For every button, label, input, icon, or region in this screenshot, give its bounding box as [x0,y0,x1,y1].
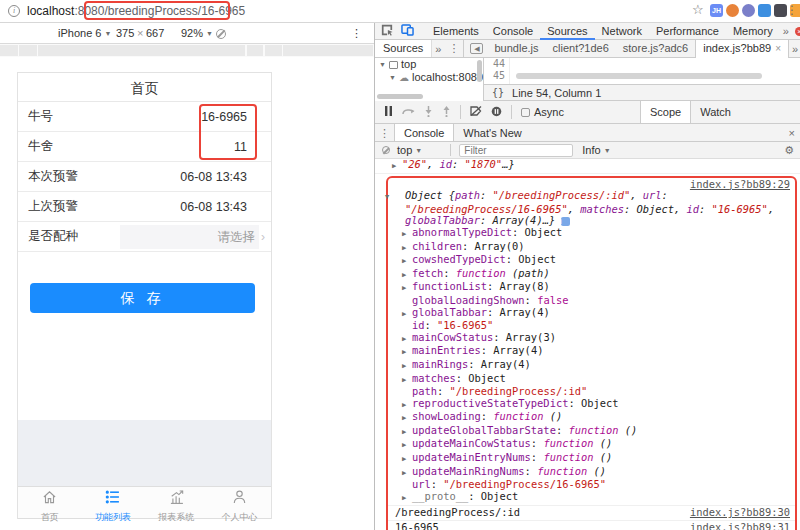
file-tab-client[interactable]: client?1de6 [546,40,616,58]
step-into-icon[interactable] [424,106,433,119]
navigator-hscrollbar[interactable] [377,94,423,99]
expand-arrow-icon[interactable]: ▶ [402,375,412,387]
extension-orange-icon[interactable] [726,4,739,17]
object-property[interactable]: ▶updateGlobalTabbarState: function () [395,425,790,439]
object-property[interactable]: ▶globalTabbar: Array(4) [395,307,790,321]
more-file-tabs-icon[interactable]: » [789,43,800,55]
log-level-select[interactable]: Info ▼ [582,144,648,156]
page-info-icon[interactable]: i [8,5,20,17]
console-message-partial[interactable]: ▶"26", id: "1870"…} [375,159,800,174]
object-property[interactable]: ▶mainCowStatus: Array(3) [395,332,790,346]
object-property[interactable]: ▶matches: Object [395,373,790,387]
file-tab-bundle[interactable]: bundle.js [487,40,545,58]
step-out-icon[interactable] [442,106,451,119]
editor-code-area[interactable] [510,58,800,84]
expand-arrow-icon[interactable]: ▶ [402,361,412,373]
navigator-vscrollbar[interactable] [477,60,482,82]
tab-elements[interactable]: Elements [426,23,486,40]
object-property[interactable]: ▶updateMainEntryNums: function () [395,452,790,466]
bookmark-star-icon[interactable]: ☆ [692,2,704,17]
select-placeholder[interactable]: 请选择 [120,225,259,249]
console-settings-icon[interactable]: ⚙ [784,144,800,157]
browser-menu-icon[interactable]: ⋮ [786,3,798,17]
pause-script-icon[interactable] [384,106,393,118]
expand-arrow-icon[interactable]: ▶ [402,454,412,466]
navigator-more-icon[interactable]: » [432,43,444,55]
tab-home[interactable]: 首页 [18,487,81,518]
step-over-icon[interactable] [402,106,415,118]
tree-item-localhost[interactable]: ▼ ☁ localhost:8080 [375,71,483,84]
object-property[interactable]: ▶abnormalTypeDict: Object [395,227,790,241]
tree-item-top[interactable]: ▼ top [375,58,483,71]
object-property[interactable]: ▶fetch: function (path) [395,268,790,282]
save-button[interactable]: 保 存 [30,283,255,313]
tab-profile[interactable]: 个人中心 [208,487,271,518]
object-property[interactable]: ▶showLoading: function () [395,411,790,425]
extension-globe-icon[interactable] [742,4,755,17]
expand-arrow-icon[interactable]: ▶ [402,400,412,412]
collapse-arrow-icon[interactable]: ▼ [395,192,405,204]
console-message-log[interactable]: /breedingProcess/:id index.js?bb89:30 [388,506,795,520]
expand-arrow-icon[interactable]: ▶ [402,493,412,505]
device-select[interactable]: iPhone 6 ▼ [58,27,111,39]
tab-watch[interactable]: Watch [691,101,740,123]
field-value[interactable]: 11 [53,140,271,154]
console-filter-input[interactable] [459,144,573,157]
inspect-element-icon[interactable] [375,24,397,38]
expand-arrow-icon[interactable]: ▶ [402,347,412,359]
expand-arrow-icon[interactable]: ▶ [402,309,412,321]
pause-on-exceptions-icon[interactable] [491,106,502,119]
tab-memory[interactable]: Memory [726,23,780,40]
expand-arrow-icon[interactable]: ▶ [402,229,412,241]
drawer-close-icon[interactable]: × [784,124,800,141]
drawer-menu-icon[interactable]: ⋮ [375,124,394,141]
close-file-tab-icon[interactable]: × [775,43,781,54]
drawer-tab-whats-new[interactable]: What's New [454,124,530,141]
zoom-select[interactable]: 92% ▼ [181,27,213,39]
tab-reports[interactable]: 报表系统 [145,487,208,518]
tab-performance[interactable]: Performance [649,23,726,40]
source-link[interactable]: index.js?bb89:29 [690,178,790,190]
viewport-height[interactable]: 667 [146,27,164,39]
file-tab-index-active[interactable]: index.js?bb89× [695,40,789,58]
object-property[interactable]: ▶mainRings: Array(4) [395,359,790,373]
expand-arrow-icon[interactable]: ▶ [402,243,412,255]
field-value[interactable]: 06-08 13:43 [78,170,271,184]
field-value[interactable]: 06-08 13:43 [78,200,271,214]
viewport-width[interactable]: 375 [116,27,134,39]
object-property[interactable]: ▶functionList: Array(8) [395,281,790,295]
expand-arrow-icon[interactable]: ▶ [402,413,412,425]
source-link[interactable]: index.js?bb89:31 [690,522,790,530]
async-checkbox[interactable]: Async [521,106,564,118]
expand-arrow-icon[interactable]: ▶ [402,270,412,282]
file-tab-store[interactable]: store.js?adc6 [616,40,695,58]
source-link[interactable]: index.js?bb89:30 [690,507,790,519]
object-property[interactable]: ▶children: Array(0) [395,241,790,255]
expand-arrow-icon[interactable]: ▶ [402,283,412,295]
tab-scope[interactable]: Scope [641,101,691,123]
expand-arrow-icon[interactable]: ▶ [402,256,412,268]
tab-history-back-icon[interactable]: ◀ [470,43,483,54]
tab-sources[interactable]: Sources [540,23,594,40]
drawer-tab-console[interactable]: Console [394,124,454,141]
object-property[interactable]: ▶updateMainRingNums: function () [395,466,790,480]
object-property[interactable]: ▶reproductiveStateTypeDict: Object [395,398,790,412]
source-editor[interactable]: 4445 [484,58,800,84]
error-badge[interactable]: ×2 [792,25,800,37]
pretty-print-icon[interactable]: {} [484,87,512,98]
console-message-log[interactable]: 16-6965 index.js?bb89:31 [388,520,795,530]
expand-arrow-icon[interactable]: ▶ [392,161,402,173]
expand-arrow-icon[interactable]: ▶ [402,427,412,439]
object-property[interactable]: ▶mainEntries: Array(4) [395,345,790,359]
deactivate-breakpoints-icon[interactable] [470,106,482,118]
navigator-menu-icon[interactable]: ⋮ [444,42,463,55]
console-message-object[interactable]: index.js?bb89:29 ▼Object {path: "/breedi… [388,178,795,507]
tab-console[interactable]: Console [486,23,540,40]
execution-context-select[interactable]: top ▼ [397,144,450,156]
extension-jh-icon[interactable]: JH [710,4,723,17]
tab-function-list[interactable]: 功能列表 [81,487,144,518]
object-property[interactable]: ▶updateMainCowStatus: function () [395,438,790,452]
more-tabs-icon[interactable]: » [780,25,792,37]
navigator-sources-tab[interactable]: Sources [375,40,432,57]
device-toggle-icon[interactable] [397,24,418,38]
